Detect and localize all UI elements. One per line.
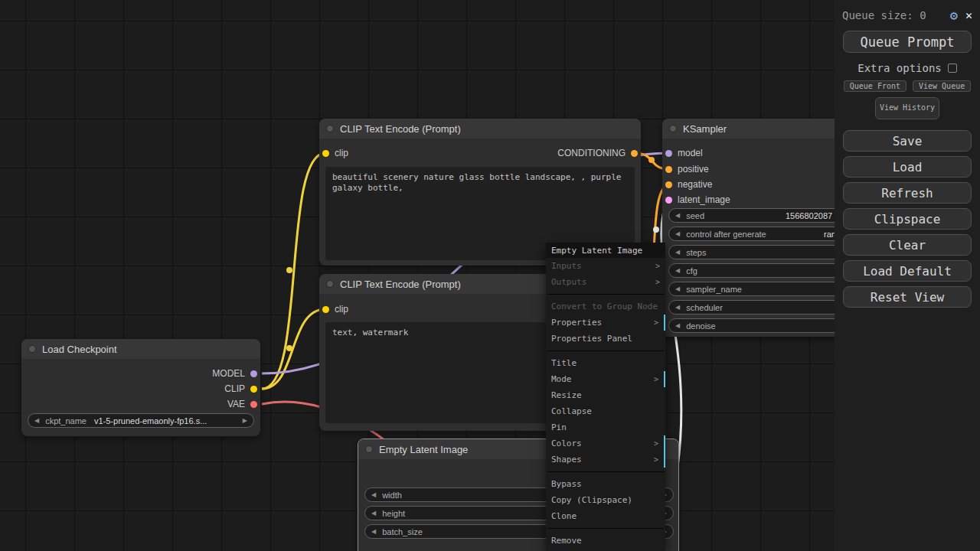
widget-left-arrow-icon[interactable]: ◀ [675, 230, 680, 237]
node-title: CLIP Text Encode (Prompt) [340, 123, 461, 135]
save-button[interactable]: Save [843, 130, 972, 152]
model-input-dot[interactable] [665, 150, 672, 157]
context-menu-item-collapse[interactable]: Collapse [546, 403, 665, 419]
context-menu-item-properties[interactable]: Properties > [546, 315, 665, 331]
reset-view-button[interactable]: Reset View [843, 286, 972, 308]
slot-label: negative [678, 179, 712, 190]
collapse-dot[interactable] [28, 345, 36, 353]
context-menu-item-pin[interactable]: Pin [546, 419, 665, 435]
context-menu-item-resize[interactable]: Resize [546, 387, 665, 403]
input-slot-model[interactable]: model [665, 148, 703, 158]
node-canvas[interactable]: Load Checkpoint MODEL CLIP VAE ◀ ckpt_na… [0, 0, 980, 551]
widget-left-arrow-icon[interactable]: ◀ [675, 249, 680, 256]
slot-label: positive [678, 164, 709, 174]
widget-left-arrow-icon[interactable]: ◀ [371, 491, 376, 498]
positive-input-dot[interactable] [665, 166, 672, 173]
queue-front-button[interactable]: Queue Front [844, 80, 906, 92]
latent-input-dot[interactable] [665, 197, 672, 204]
menu-item-label: Pin [551, 422, 567, 432]
widget-left-arrow-icon[interactable]: ◀ [675, 304, 680, 311]
widget-label: denoise [686, 321, 716, 331]
extra-options-checkbox[interactable] [948, 64, 957, 73]
context-menu-item-shapes[interactable]: Shapes > [546, 452, 665, 468]
submenu-arrow-icon: > [654, 318, 658, 327]
output-slot-clip[interactable]: CLIP [224, 383, 257, 394]
widget-left-arrow-icon[interactable]: ◀ [675, 285, 680, 292]
refresh-button[interactable]: Refresh [843, 182, 972, 204]
clip-output-dot[interactable] [250, 386, 257, 393]
widget-left-arrow-icon[interactable]: ◀ [371, 510, 376, 517]
view-queue-button[interactable]: View Queue [913, 80, 971, 92]
context-menu-item-properties-panel[interactable]: Properties Panel [546, 331, 665, 347]
context-menu-item-bypass[interactable]: Bypass [546, 476, 665, 492]
widget-label: height [382, 509, 405, 518]
settings-gear-icon[interactable]: ⚙ [950, 8, 958, 23]
menu-item-label: Clone [551, 511, 577, 521]
context-menu-item-title[interactable]: Title [546, 355, 665, 371]
clipspace-button[interactable]: Clipspace [843, 208, 972, 230]
vae-output-dot[interactable] [250, 401, 257, 408]
negative-input-dot[interactable] [665, 181, 672, 188]
collapse-dot[interactable] [326, 280, 334, 288]
input-slot-negative[interactable]: negative [665, 179, 712, 190]
node-context-menu: Empty Latent Image Inputs > Outputs > Co… [546, 243, 665, 551]
ckpt-name-widget[interactable]: ◀ ckpt_name v1-5-pruned-emaonly-fp16.s..… [28, 413, 254, 428]
widget-left-arrow-icon[interactable]: ◀ [675, 322, 680, 329]
clip-input-dot[interactable] [322, 150, 329, 157]
clear-button[interactable]: Clear [843, 234, 972, 256]
output-slot-conditioning[interactable]: CONDITIONING [557, 148, 638, 158]
collapse-dot[interactable] [326, 125, 334, 132]
menu-item-label: Title [551, 358, 577, 368]
model-output-dot[interactable] [250, 370, 257, 377]
slot-label: CLIP [224, 383, 245, 394]
input-slot-clip[interactable]: clip [322, 304, 348, 315]
extra-options-label: Extra options [858, 62, 942, 74]
context-menu-item-copy-clipspace[interactable]: Copy (Clipspace) [546, 492, 665, 508]
context-menu-item-mode[interactable]: Mode > [546, 371, 665, 387]
slot-label: model [678, 148, 703, 158]
link-dot [286, 267, 292, 273]
menu-item-label: Mode [551, 374, 572, 384]
node-load-checkpoint[interactable]: Load Checkpoint MODEL CLIP VAE ◀ ckpt_na… [21, 339, 260, 436]
submenu-arrow-icon: > [654, 439, 658, 448]
widget-left-arrow-icon[interactable]: ◀ [675, 267, 680, 274]
widget-left-arrow-icon[interactable]: ◀ [34, 417, 39, 424]
widget-left-arrow-icon[interactable]: ◀ [675, 212, 680, 219]
collapse-dot[interactable] [365, 445, 373, 453]
submenu-arrow-icon: > [654, 375, 658, 383]
node-title: CLIP Text Encode (Prompt) [340, 279, 461, 290]
queue-prompt-button[interactable]: Queue Prompt [843, 31, 972, 53]
menu-item-label: Properties [551, 318, 602, 328]
context-menu-item-clone[interactable]: Clone [546, 508, 665, 524]
node-title: KSampler [683, 123, 727, 135]
link-dot [648, 157, 655, 163]
slot-label: CONDITIONING [557, 148, 626, 158]
input-slot-positive[interactable]: positive [665, 164, 709, 174]
load-default-button[interactable]: Load Default [843, 260, 972, 282]
view-history-button[interactable]: View History [875, 97, 939, 119]
load-button[interactable]: Load [843, 156, 972, 178]
widget-right-arrow-icon[interactable]: ▶ [243, 417, 247, 424]
link-dot [286, 345, 292, 351]
widget-label: scheduler [686, 303, 723, 312]
output-slot-model[interactable]: MODEL [212, 368, 257, 379]
context-menu-item-remove[interactable]: Remove [546, 533, 665, 549]
node-title: Load Checkpoint [42, 344, 117, 355]
menu-separator [547, 294, 664, 295]
input-slot-clip[interactable]: clip [322, 148, 348, 158]
menu-item-label: Remove [551, 536, 582, 546]
menu-item-label: Collapse [551, 406, 592, 416]
slot-label: clip [335, 148, 348, 158]
widget-label: batch_size [382, 527, 423, 536]
context-menu-item-colors[interactable]: Colors > [546, 435, 665, 452]
clip-input-dot[interactable] [322, 306, 329, 313]
collapse-dot[interactable] [669, 125, 677, 132]
widget-left-arrow-icon[interactable]: ◀ [371, 528, 376, 535]
input-slot-latent-image[interactable]: latent_image [665, 194, 730, 205]
output-slot-vae[interactable]: VAE [227, 399, 257, 409]
widget-value: 1566802087 [786, 211, 832, 220]
close-menu-icon[interactable]: ✕ [965, 8, 972, 22]
context-menu-item-inputs: Inputs > [546, 258, 665, 274]
conditioning-output-dot[interactable] [631, 150, 638, 157]
context-menu-item-convert-to-group-node: Convert to Group Node [546, 298, 665, 315]
